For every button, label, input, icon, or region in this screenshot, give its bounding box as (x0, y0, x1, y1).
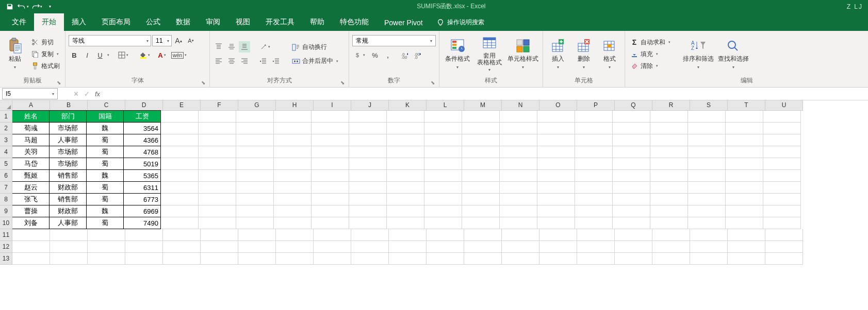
cell[interactable] (575, 146, 613, 158)
cell[interactable]: 工资 (123, 110, 161, 123)
tab-insert[interactable]: 插入 (64, 13, 94, 31)
cell[interactable]: 刘备 (12, 217, 50, 229)
cell[interactable] (613, 182, 650, 194)
cell[interactable] (236, 194, 274, 205)
cell[interactable] (650, 170, 688, 182)
increase-decimal-button[interactable]: .0.00 (400, 49, 411, 61)
cell[interactable]: 5365 (123, 169, 161, 182)
row-header[interactable]: 7 (0, 182, 12, 194)
cell[interactable] (726, 134, 763, 146)
accounting-format-button[interactable]: $ (352, 49, 368, 61)
cell[interactable] (161, 134, 199, 146)
cell[interactable] (537, 146, 575, 158)
cell[interactable] (500, 123, 537, 134)
cell[interactable] (613, 134, 650, 146)
cell[interactable]: 蜀 (86, 217, 124, 229)
cell[interactable] (349, 146, 387, 158)
cell[interactable] (763, 146, 801, 158)
column-header[interactable]: J (351, 100, 389, 111)
cell[interactable] (726, 182, 763, 194)
column-header[interactable]: F (201, 100, 238, 111)
decrease-indent-button[interactable] (257, 56, 269, 67)
cell[interactable] (387, 134, 424, 146)
cell[interactable] (500, 134, 537, 146)
tab-page-layout[interactable]: 页面布局 (94, 13, 138, 31)
cell[interactable] (312, 182, 349, 194)
cell[interactable] (424, 194, 462, 205)
cell[interactable] (462, 182, 500, 194)
cell[interactable]: 市场部 (49, 146, 87, 158)
cell[interactable]: 甄姬 (12, 169, 50, 182)
cell[interactable]: 3564 (123, 122, 161, 134)
cell[interactable] (236, 182, 274, 194)
cell[interactable] (726, 111, 763, 123)
cell[interactable] (387, 217, 424, 229)
cell[interactable] (351, 241, 389, 253)
cell[interactable] (349, 182, 387, 194)
cell[interactable] (349, 217, 387, 229)
cut-button[interactable]: 剪切 (29, 37, 62, 48)
cell[interactable] (236, 158, 274, 170)
cell[interactable] (314, 241, 351, 253)
row-header[interactable]: 6 (0, 170, 12, 182)
font-name-select[interactable]: 等线▾ (69, 35, 151, 46)
cell[interactable] (613, 158, 650, 170)
cell[interactable] (161, 182, 199, 194)
cell[interactable] (763, 205, 801, 217)
cell[interactable] (12, 241, 50, 253)
cell[interactable]: 关羽 (12, 146, 50, 158)
cell[interactable] (688, 146, 726, 158)
cell[interactable] (652, 241, 690, 253)
column-header[interactable]: H (276, 100, 314, 111)
cell[interactable] (728, 229, 765, 241)
tab-review[interactable]: 审阅 (198, 13, 228, 31)
merge-center-button[interactable]: 合并后居中 ▾ (290, 56, 340, 66)
row-header[interactable]: 12 (0, 241, 12, 253)
align-middle-button[interactable] (226, 41, 237, 53)
cell[interactable] (161, 123, 199, 134)
cell[interactable] (274, 134, 312, 146)
cell[interactable] (726, 205, 763, 217)
cell[interactable] (201, 229, 238, 241)
cell[interactable] (349, 123, 387, 134)
cell[interactable] (500, 217, 537, 229)
cell[interactable] (424, 182, 462, 194)
column-header[interactable]: C (88, 100, 125, 111)
cell[interactable] (349, 134, 387, 146)
cell[interactable] (236, 205, 274, 217)
cell[interactable]: 4768 (123, 146, 161, 158)
cell[interactable] (236, 134, 274, 146)
cell[interactable] (387, 158, 424, 170)
cell[interactable] (349, 194, 387, 205)
cell[interactable] (199, 146, 236, 158)
cell[interactable] (314, 253, 351, 265)
cell[interactable] (726, 217, 763, 229)
align-right-button[interactable] (239, 56, 250, 67)
cell[interactable] (387, 170, 424, 182)
cell[interactable] (462, 170, 500, 182)
clipboard-launcher[interactable]: ⬊ (57, 80, 61, 85)
cell[interactable] (650, 158, 688, 170)
cell[interactable] (690, 229, 728, 241)
cell[interactable] (349, 170, 387, 182)
cell[interactable] (274, 146, 312, 158)
cell[interactable] (427, 241, 464, 253)
decrease-decimal-button[interactable]: .00.0 (413, 49, 424, 61)
cell[interactable] (387, 194, 424, 205)
cell[interactable] (125, 241, 163, 253)
cell[interactable]: 张飞 (12, 193, 50, 205)
cell[interactable] (650, 217, 688, 229)
cell[interactable]: 7490 (123, 217, 161, 229)
cell[interactable] (500, 111, 537, 123)
italic-button[interactable]: I (81, 49, 93, 61)
cell[interactable] (613, 205, 650, 217)
column-header[interactable]: Q (615, 100, 652, 111)
cell[interactable] (349, 158, 387, 170)
font-launcher[interactable]: ⬊ (201, 80, 205, 85)
align-bottom-button[interactable] (239, 41, 250, 53)
find-select-button[interactable]: 查找和选择▾ (717, 35, 750, 74)
cell[interactable] (500, 194, 537, 205)
fill-button[interactable]: 填充 ▾ (628, 49, 673, 60)
cell[interactable] (199, 194, 236, 205)
cell[interactable] (728, 253, 765, 265)
